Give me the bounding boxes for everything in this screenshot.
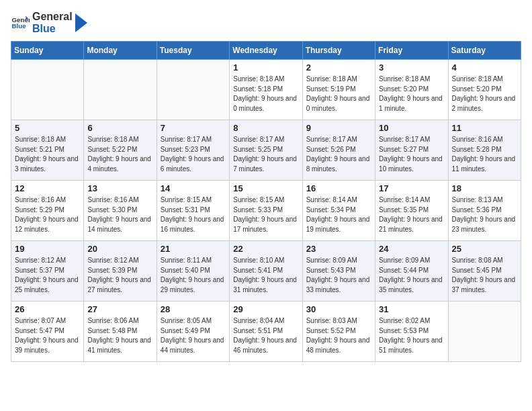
calendar-cell: 1Sunrise: 8:18 AM Sunset: 5:18 PM Daylig… bbox=[230, 60, 302, 120]
day-info: Sunrise: 8:14 AM Sunset: 5:35 PM Dayligh… bbox=[379, 195, 444, 234]
day-number: 7 bbox=[161, 123, 226, 133]
calendar-cell: 2Sunrise: 8:18 AM Sunset: 5:19 PM Daylig… bbox=[302, 60, 375, 120]
day-number: 5 bbox=[15, 123, 80, 133]
weekday-header-monday: Monday bbox=[84, 42, 157, 60]
logo-icon: General Blue bbox=[11, 13, 30, 32]
day-info: Sunrise: 8:03 AM Sunset: 5:52 PM Dayligh… bbox=[306, 316, 371, 355]
svg-marker-3 bbox=[75, 13, 87, 32]
day-info: Sunrise: 8:18 AM Sunset: 5:20 PM Dayligh… bbox=[379, 75, 444, 113]
day-info: Sunrise: 8:06 AM Sunset: 5:48 PM Dayligh… bbox=[87, 316, 152, 355]
day-number: 31 bbox=[379, 304, 444, 314]
calendar-cell: 7Sunrise: 8:17 AM Sunset: 5:23 PM Daylig… bbox=[157, 120, 229, 181]
day-info: Sunrise: 8:04 AM Sunset: 5:51 PM Dayligh… bbox=[233, 316, 298, 355]
day-number: 4 bbox=[452, 62, 517, 73]
calendar-cell: 22Sunrise: 8:10 AM Sunset: 5:41 PM Dayli… bbox=[230, 241, 302, 302]
logo-blue-text: Blue bbox=[32, 23, 73, 35]
day-info: Sunrise: 8:12 AM Sunset: 5:39 PM Dayligh… bbox=[87, 256, 152, 295]
day-info: Sunrise: 8:16 AM Sunset: 5:30 PM Dayligh… bbox=[87, 195, 152, 234]
day-number: 24 bbox=[379, 244, 444, 254]
calendar-cell: 10Sunrise: 8:17 AM Sunset: 5:27 PM Dayli… bbox=[375, 120, 448, 181]
day-info: Sunrise: 8:16 AM Sunset: 5:28 PM Dayligh… bbox=[452, 135, 517, 174]
calendar-cell: 29Sunrise: 8:04 AM Sunset: 5:51 PM Dayli… bbox=[230, 302, 302, 362]
calendar-cell: 3Sunrise: 8:18 AM Sunset: 5:20 PM Daylig… bbox=[375, 60, 448, 120]
day-number: 27 bbox=[87, 304, 152, 314]
day-number: 29 bbox=[233, 304, 298, 314]
weekday-header-friday: Friday bbox=[375, 42, 448, 60]
day-info: Sunrise: 8:18 AM Sunset: 5:18 PM Dayligh… bbox=[233, 75, 298, 113]
day-info: Sunrise: 8:17 AM Sunset: 5:26 PM Dayligh… bbox=[306, 135, 371, 174]
calendar-cell: 4Sunrise: 8:18 AM Sunset: 5:20 PM Daylig… bbox=[448, 60, 521, 120]
page-header: General Blue General Blue bbox=[11, 11, 521, 34]
calendar-week-row: 12Sunrise: 8:16 AM Sunset: 5:29 PM Dayli… bbox=[11, 181, 521, 241]
calendar-cell: 25Sunrise: 8:08 AM Sunset: 5:45 PM Dayli… bbox=[448, 241, 521, 302]
calendar-table: SundayMondayTuesdayWednesdayThursdayFrid… bbox=[11, 41, 521, 362]
day-info: Sunrise: 8:02 AM Sunset: 5:53 PM Dayligh… bbox=[379, 316, 444, 355]
day-info: Sunrise: 8:09 AM Sunset: 5:44 PM Dayligh… bbox=[379, 256, 444, 295]
day-number: 25 bbox=[452, 244, 517, 254]
day-number: 2 bbox=[306, 62, 371, 73]
day-info: Sunrise: 8:17 AM Sunset: 5:23 PM Dayligh… bbox=[161, 135, 226, 174]
day-info: Sunrise: 8:17 AM Sunset: 5:27 PM Dayligh… bbox=[379, 135, 444, 174]
day-info: Sunrise: 8:15 AM Sunset: 5:33 PM Dayligh… bbox=[233, 195, 298, 234]
weekday-header-tuesday: Tuesday bbox=[157, 42, 229, 60]
day-info: Sunrise: 8:08 AM Sunset: 5:45 PM Dayligh… bbox=[452, 256, 517, 295]
day-number: 22 bbox=[233, 244, 298, 254]
calendar-cell: 27Sunrise: 8:06 AM Sunset: 5:48 PM Dayli… bbox=[84, 302, 157, 362]
calendar-cell: 13Sunrise: 8:16 AM Sunset: 5:30 PM Dayli… bbox=[84, 181, 157, 241]
day-number: 6 bbox=[87, 123, 152, 133]
logo-general-text: General bbox=[32, 11, 73, 23]
calendar-cell: 26Sunrise: 8:07 AM Sunset: 5:47 PM Dayli… bbox=[11, 302, 84, 362]
calendar-cell bbox=[11, 60, 84, 120]
calendar-cell: 24Sunrise: 8:09 AM Sunset: 5:44 PM Dayli… bbox=[375, 241, 448, 302]
day-info: Sunrise: 8:05 AM Sunset: 5:49 PM Dayligh… bbox=[161, 316, 226, 355]
day-info: Sunrise: 8:11 AM Sunset: 5:40 PM Dayligh… bbox=[161, 256, 226, 295]
day-info: Sunrise: 8:18 AM Sunset: 5:22 PM Dayligh… bbox=[87, 135, 152, 174]
day-number: 23 bbox=[306, 244, 371, 254]
day-number: 9 bbox=[306, 123, 371, 133]
day-info: Sunrise: 8:09 AM Sunset: 5:43 PM Dayligh… bbox=[306, 256, 371, 295]
calendar-week-row: 26Sunrise: 8:07 AM Sunset: 5:47 PM Dayli… bbox=[11, 302, 521, 362]
calendar-cell: 18Sunrise: 8:13 AM Sunset: 5:36 PM Dayli… bbox=[448, 181, 521, 241]
day-number: 13 bbox=[87, 183, 152, 193]
day-info: Sunrise: 8:15 AM Sunset: 5:31 PM Dayligh… bbox=[161, 195, 226, 234]
logo-arrow-icon bbox=[75, 13, 87, 32]
day-number: 15 bbox=[233, 183, 298, 193]
day-number: 11 bbox=[452, 123, 517, 133]
weekday-header-row: SundayMondayTuesdayWednesdayThursdayFrid… bbox=[11, 42, 521, 60]
day-info: Sunrise: 8:14 AM Sunset: 5:34 PM Dayligh… bbox=[306, 195, 371, 234]
day-info: Sunrise: 8:18 AM Sunset: 5:20 PM Dayligh… bbox=[452, 75, 517, 113]
day-number: 14 bbox=[161, 183, 226, 193]
day-number: 19 bbox=[15, 244, 80, 254]
day-info: Sunrise: 8:18 AM Sunset: 5:19 PM Dayligh… bbox=[306, 75, 371, 113]
calendar-cell: 21Sunrise: 8:11 AM Sunset: 5:40 PM Dayli… bbox=[157, 241, 229, 302]
svg-text:Blue: Blue bbox=[11, 22, 26, 30]
weekday-header-sunday: Sunday bbox=[11, 42, 84, 60]
weekday-header-thursday: Thursday bbox=[302, 42, 375, 60]
calendar-week-row: 1Sunrise: 8:18 AM Sunset: 5:18 PM Daylig… bbox=[11, 60, 521, 120]
day-info: Sunrise: 8:10 AM Sunset: 5:41 PM Dayligh… bbox=[233, 256, 298, 295]
calendar-week-row: 19Sunrise: 8:12 AM Sunset: 5:37 PM Dayli… bbox=[11, 241, 521, 302]
calendar-cell: 30Sunrise: 8:03 AM Sunset: 5:52 PM Dayli… bbox=[302, 302, 375, 362]
calendar-cell bbox=[448, 302, 521, 362]
day-number: 20 bbox=[87, 244, 152, 254]
weekday-header-wednesday: Wednesday bbox=[230, 42, 302, 60]
day-info: Sunrise: 8:13 AM Sunset: 5:36 PM Dayligh… bbox=[452, 195, 517, 234]
day-number: 10 bbox=[379, 123, 444, 133]
day-number: 12 bbox=[15, 183, 80, 193]
calendar-cell: 15Sunrise: 8:15 AM Sunset: 5:33 PM Dayli… bbox=[230, 181, 302, 241]
day-info: Sunrise: 8:18 AM Sunset: 5:21 PM Dayligh… bbox=[15, 135, 80, 174]
calendar-cell bbox=[84, 60, 157, 120]
logo: General Blue General Blue bbox=[11, 11, 87, 34]
calendar-cell: 28Sunrise: 8:05 AM Sunset: 5:49 PM Dayli… bbox=[157, 302, 229, 362]
day-number: 21 bbox=[161, 244, 226, 254]
calendar-cell bbox=[157, 60, 229, 120]
calendar-cell: 17Sunrise: 8:14 AM Sunset: 5:35 PM Dayli… bbox=[375, 181, 448, 241]
calendar-cell: 16Sunrise: 8:14 AM Sunset: 5:34 PM Dayli… bbox=[302, 181, 375, 241]
day-number: 17 bbox=[379, 183, 444, 193]
calendar-cell: 20Sunrise: 8:12 AM Sunset: 5:39 PM Dayli… bbox=[84, 241, 157, 302]
weekday-header-saturday: Saturday bbox=[448, 42, 521, 60]
day-number: 18 bbox=[452, 183, 517, 193]
calendar-cell: 11Sunrise: 8:16 AM Sunset: 5:28 PM Dayli… bbox=[448, 120, 521, 181]
day-info: Sunrise: 8:07 AM Sunset: 5:47 PM Dayligh… bbox=[15, 316, 80, 355]
day-info: Sunrise: 8:17 AM Sunset: 5:25 PM Dayligh… bbox=[233, 135, 298, 174]
